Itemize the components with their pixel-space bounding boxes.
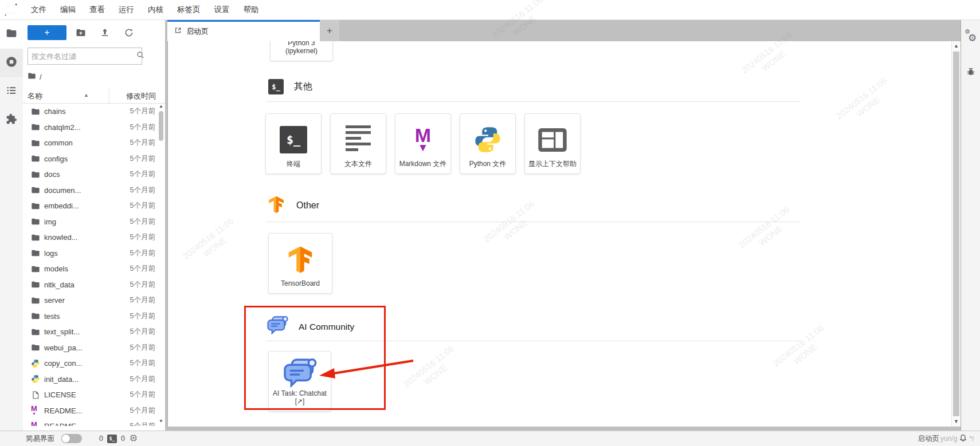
file-row[interactable]: copy_con...5个月前 bbox=[23, 356, 165, 372]
folder-icon bbox=[31, 202, 40, 211]
file-modified: 5个月前 bbox=[130, 421, 155, 426]
sidebar-tab-toc[interactable] bbox=[0, 77, 23, 106]
file-row[interactable]: server5个月前 bbox=[23, 293, 165, 309]
new-tab-button[interactable]: + bbox=[320, 20, 339, 41]
menu-file[interactable]: 文件 bbox=[24, 0, 53, 20]
file-row[interactable]: tests5个月前 bbox=[23, 309, 165, 325]
current-tab-label[interactable]: 启动页 bbox=[918, 434, 939, 444]
section-divider bbox=[266, 222, 800, 222]
file-name: embeddi... bbox=[44, 202, 130, 210]
sidebar-tab-running[interactable] bbox=[0, 49, 23, 77]
markdown-icon: M▼ bbox=[415, 114, 431, 160]
sidebar-tab-extensions[interactable] bbox=[0, 106, 23, 135]
file-row[interactable]: text_split...5个月前 bbox=[23, 324, 165, 340]
file-row[interactable]: LICENSE5个月前 bbox=[23, 387, 165, 403]
gear-icon: ⚙ bbox=[968, 32, 977, 44]
sidebar-tab-debugger[interactable] bbox=[961, 60, 980, 85]
file-row[interactable]: documen...5个月前 bbox=[23, 183, 165, 199]
menu-kernel[interactable]: 内核 bbox=[141, 0, 170, 20]
launcher-card[interactable]: 显示上下文帮助 bbox=[524, 113, 581, 174]
sidebar-tab-property-inspector[interactable]: ⚙ ⚙ bbox=[961, 25, 980, 48]
kernel-chip-icon bbox=[129, 433, 138, 444]
refresh-icon[interactable] bbox=[119, 25, 139, 40]
scroll-up-icon[interactable]: ▲ bbox=[158, 103, 164, 110]
file-name: common bbox=[44, 139, 130, 147]
tab-label: 启动页 bbox=[186, 26, 209, 37]
toggle-knob bbox=[62, 435, 70, 443]
file-filter-input[interactable] bbox=[28, 52, 136, 61]
session-counts[interactable]: 0 $_ 0 bbox=[99, 433, 138, 444]
folder-icon bbox=[31, 107, 40, 116]
file-modified: 5个月前 bbox=[130, 343, 155, 353]
file-row[interactable]: embeddi...5个月前 bbox=[23, 198, 165, 214]
upload-icon[interactable] bbox=[95, 25, 115, 40]
launcher-card[interactable]: Python 文件 bbox=[460, 113, 516, 174]
tab-bar: 启动页 + bbox=[167, 20, 961, 41]
file-modified: 5个月前 bbox=[130, 232, 155, 242]
search-icon bbox=[136, 50, 145, 62]
bell-icon[interactable] bbox=[958, 433, 968, 444]
file-filter-box bbox=[28, 48, 142, 65]
section-header-ai-community: AI Community bbox=[266, 316, 354, 337]
card-label: TensorBoard bbox=[279, 279, 322, 293]
scrollbar-thumb[interactable] bbox=[953, 52, 959, 416]
statusbar-left: 简易界面 0 $_ 0 bbox=[26, 433, 138, 444]
file-list: chains5个月前chatqlm2...5个月前common5个月前confi… bbox=[23, 104, 165, 426]
file-row[interactable]: M▼README...5个月前 bbox=[23, 419, 165, 426]
file-name: LICENSE bbox=[44, 390, 130, 399]
new-launcher-button[interactable]: + bbox=[28, 25, 66, 40]
file-row[interactable]: webui_pa...5个月前 bbox=[23, 340, 165, 356]
scroll-down-icon[interactable]: ▼ bbox=[952, 417, 961, 426]
menu-help[interactable]: 帮助 bbox=[237, 0, 266, 20]
menu-tabs[interactable]: 标签页 bbox=[170, 0, 207, 20]
breadcrumb[interactable]: / bbox=[28, 72, 42, 82]
file-row[interactable]: docs5个月前 bbox=[23, 167, 165, 183]
file-row[interactable]: models5个月前 bbox=[23, 261, 165, 277]
launcher-card-tensorboard[interactable]: TensorBoard bbox=[268, 233, 332, 294]
file-row[interactable]: common5个月前 bbox=[23, 135, 165, 151]
file-modified: 5个月前 bbox=[130, 406, 155, 416]
launcher-card-python3-notebook[interactable]: Python 3 (ipykernel) bbox=[270, 41, 333, 61]
file-list-header: 名称 ▲ 修改时间 bbox=[23, 89, 165, 104]
file-modified: 5个月前 bbox=[130, 138, 155, 148]
scroll-down-icon[interactable]: ▼ bbox=[158, 418, 164, 425]
launcher-card[interactable]: M▼Markdown 文件 bbox=[395, 113, 451, 174]
menu-settings[interactable]: 设置 bbox=[207, 0, 237, 20]
file-row[interactable]: M▼README...5个月前 bbox=[23, 403, 165, 419]
file-modified: 5个月前 bbox=[130, 248, 155, 258]
file-name: text_split... bbox=[44, 327, 130, 336]
scrollbar-thumb[interactable] bbox=[159, 111, 163, 141]
stop-circle-icon bbox=[5, 56, 18, 70]
column-modified[interactable]: 修改时间 bbox=[126, 91, 156, 101]
file-row[interactable]: chatqlm2...5个月前 bbox=[23, 120, 165, 136]
card-label: Markdown 文件 bbox=[397, 160, 449, 173]
launcher-card[interactable]: $_终端 bbox=[265, 113, 322, 174]
launcher-card-ai-task-chatchat[interactable]: AI Task: Chatchat [↗] bbox=[268, 351, 331, 412]
column-name[interactable]: 名称 bbox=[28, 91, 42, 101]
file-row[interactable]: nltk_data5个月前 bbox=[23, 277, 165, 293]
file-row[interactable]: logs5个月前 bbox=[23, 246, 165, 262]
file-row[interactable]: knowled...5个月前 bbox=[23, 230, 165, 246]
main-scrollbar[interactable]: ▲ ▼ bbox=[951, 41, 961, 427]
menu-items: 文件 编辑 查看 运行 内核 标签页 设置 帮助 bbox=[24, 0, 266, 20]
file-row[interactable]: chains5个月前 bbox=[23, 104, 165, 120]
markdown-icon: M▼ bbox=[31, 406, 40, 415]
menu-edit[interactable]: 编辑 bbox=[53, 0, 83, 20]
file-row[interactable]: init_data...5个月前 bbox=[23, 372, 165, 388]
file-row[interactable]: configs5个月前 bbox=[23, 151, 165, 167]
file-modified: 5个月前 bbox=[130, 123, 155, 132]
file-row[interactable]: img5个月前 bbox=[23, 214, 165, 230]
file-modified: 5个月前 bbox=[130, 264, 155, 274]
sidebar-tab-file-browser[interactable] bbox=[0, 20, 23, 49]
file-browser-scrollbar[interactable]: ▲ ▼ bbox=[158, 103, 164, 425]
simple-mode-toggle[interactable] bbox=[61, 434, 82, 443]
scroll-up-icon[interactable]: ▲ bbox=[952, 42, 961, 50]
file-name: chains bbox=[44, 107, 130, 116]
tab-launcher[interactable]: 启动页 bbox=[167, 20, 320, 41]
launcher-card[interactable]: 文本文件 bbox=[330, 113, 386, 174]
menu-view[interactable]: 查看 bbox=[83, 0, 112, 20]
new-folder-icon[interactable] bbox=[71, 25, 91, 40]
section-header-other-en: Other bbox=[266, 195, 319, 216]
file-name: init_data... bbox=[44, 375, 130, 384]
menu-run[interactable]: 运行 bbox=[112, 0, 141, 20]
